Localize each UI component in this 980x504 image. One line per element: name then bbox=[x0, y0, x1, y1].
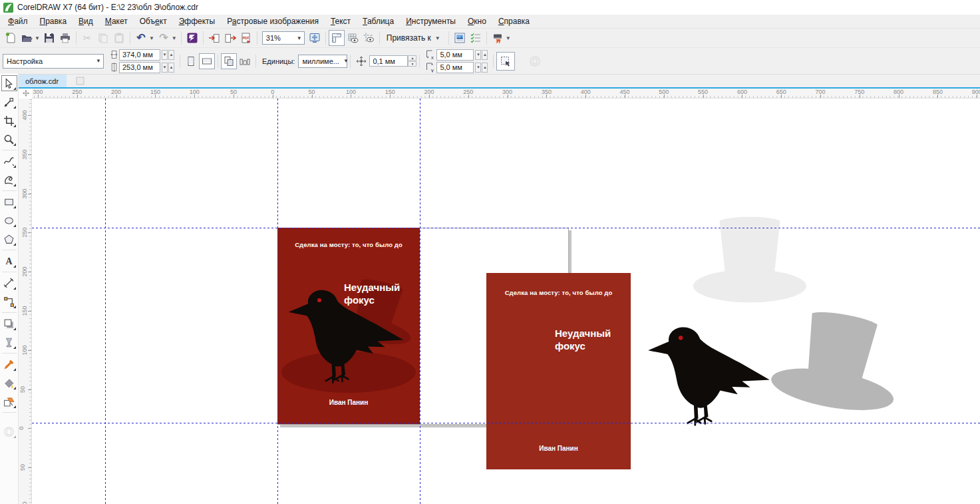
duplicate-y-spinner[interactable]: ▼▲ bbox=[475, 63, 488, 73]
page-height-spinner[interactable]: ▼▲ bbox=[162, 63, 174, 73]
guideline-vertical[interactable] bbox=[420, 99, 420, 504]
menu-эффекты[interactable]: Эффекты bbox=[173, 15, 222, 27]
page-width-spinner[interactable]: ▼▲ bbox=[162, 50, 174, 60]
chevron-down-icon[interactable]: ▼ bbox=[35, 35, 40, 41]
crop-tool[interactable] bbox=[1, 113, 17, 128]
top-hat-gray-object[interactable] bbox=[762, 293, 911, 437]
parallel-dimension-tool[interactable] bbox=[1, 275, 17, 291]
guideline-horizontal[interactable] bbox=[32, 228, 980, 228]
save-button[interactable] bbox=[41, 30, 57, 46]
show-guidelines-toggle[interactable] bbox=[361, 30, 377, 46]
nudge-field[interactable]: 0,1 мм bbox=[369, 55, 408, 67]
ellipse-tool[interactable] bbox=[1, 212, 17, 228]
copy-button[interactable] bbox=[95, 30, 111, 46]
chevron-down-icon[interactable]: ▼ bbox=[506, 35, 511, 41]
menu-растровые-изображения[interactable]: Растровые изображения bbox=[221, 15, 325, 27]
book-cover-front[interactable]: Сделка на мосту: то, что было до Неудачн… bbox=[277, 228, 420, 424]
page-preset-combo[interactable]: Настройка ▼ bbox=[3, 54, 104, 69]
chevron-down-icon[interactable]: ▼ bbox=[149, 35, 154, 41]
nudge-spinner[interactable]: ▲▼ bbox=[408, 55, 416, 67]
menu-инструменты[interactable]: Инструменты bbox=[400, 15, 462, 27]
crow-object[interactable] bbox=[644, 322, 774, 428]
ruler-origin-icon[interactable] bbox=[20, 88, 32, 99]
print-button[interactable] bbox=[57, 30, 73, 46]
cut-button[interactable]: ✂ bbox=[79, 30, 95, 46]
undo-button[interactable]: ↶ bbox=[133, 30, 149, 46]
ruler-tick bbox=[28, 115, 31, 116]
polygon-tool[interactable] bbox=[1, 231, 17, 247]
page-height-field[interactable]: 253,0 мм bbox=[119, 62, 160, 73]
current-page-button[interactable] bbox=[237, 53, 253, 69]
transparency-tool[interactable] bbox=[1, 334, 17, 350]
toolbar-separator bbox=[130, 31, 130, 45]
outline-tool[interactable] bbox=[1, 423, 17, 439]
rectangle-tool[interactable] bbox=[1, 194, 17, 210]
document-tab[interactable]: облож.cdr bbox=[19, 75, 67, 87]
landscape-button[interactable] bbox=[199, 53, 215, 69]
import-button[interactable] bbox=[206, 30, 222, 46]
treat-as-filled-button[interactable] bbox=[496, 52, 515, 71]
smart-fill-tool-icon bbox=[3, 396, 15, 407]
guideline-vertical[interactable] bbox=[277, 99, 278, 504]
chevron-down-icon: ▼ bbox=[435, 35, 440, 41]
toolbox: A bbox=[0, 73, 19, 504]
vertical-ruler[interactable]: 40035030025020015010050050100 bbox=[19, 99, 32, 504]
show-rulers-toggle[interactable] bbox=[329, 30, 345, 46]
search-content-button[interactable] bbox=[184, 30, 200, 46]
menu-справка[interactable]: Справка bbox=[492, 15, 536, 27]
horizontal-ruler[interactable]: 3002502001501005005010015020025030035040… bbox=[32, 89, 980, 99]
duplicate-x-spinner[interactable]: ▼▲ bbox=[475, 50, 488, 60]
toolbar-separator bbox=[76, 31, 77, 45]
menu-текст[interactable]: Текст bbox=[325, 15, 357, 27]
shape-tool[interactable] bbox=[1, 94, 17, 110]
show-grid-toggle[interactable] bbox=[345, 30, 361, 46]
snap-to-dropdown[interactable]: Привязать к▼ bbox=[383, 32, 446, 44]
text-tool[interactable]: A bbox=[1, 253, 17, 269]
page-width-field[interactable]: 374,0 мм bbox=[119, 49, 160, 61]
menu-макет[interactable]: Макет bbox=[99, 15, 134, 27]
paste-button[interactable] bbox=[111, 30, 127, 46]
ruler-label: 400 bbox=[21, 110, 28, 120]
redo-button[interactable]: ↷ bbox=[156, 30, 172, 46]
page-border-button[interactable] bbox=[527, 53, 543, 69]
menu-файл[interactable]: Файл bbox=[2, 15, 34, 27]
connector-tool[interactable] bbox=[1, 294, 17, 310]
pick-tool[interactable] bbox=[1, 75, 17, 91]
menu-объект[interactable]: Объект bbox=[134, 15, 173, 27]
application-launcher-button[interactable] bbox=[490, 30, 506, 46]
open-button[interactable] bbox=[19, 30, 35, 46]
units-combo[interactable]: миллиме... ▼ bbox=[298, 55, 347, 68]
drop-shadow-tool[interactable] bbox=[1, 316, 17, 332]
duplicate-y-field[interactable]: 5,0 мм bbox=[436, 62, 474, 73]
menu-окно[interactable]: Окно bbox=[462, 15, 492, 27]
portrait-button[interactable] bbox=[183, 53, 199, 69]
drawing-canvas[interactable]: Сделка на мосту: то, что было до Неудачн… bbox=[32, 99, 980, 504]
interactive-fill-tool[interactable] bbox=[1, 375, 17, 391]
menu-правка[interactable]: Правка bbox=[34, 15, 73, 27]
ruler-label: 50 bbox=[19, 464, 26, 471]
color-eyedropper-tool[interactable] bbox=[1, 356, 17, 372]
publish-pdf-button[interactable]: PDF bbox=[238, 30, 254, 46]
freehand-tool[interactable] bbox=[1, 153, 17, 169]
book-cover-ebook[interactable]: Сделка на мосту: то, что было до Неудачн… bbox=[486, 273, 631, 469]
zoom-level-combo[interactable]: 31%▼ bbox=[262, 31, 305, 45]
chevron-down-icon[interactable]: ▼ bbox=[172, 35, 177, 41]
artistic-media-tool[interactable] bbox=[1, 172, 17, 188]
menu-вид[interactable]: Вид bbox=[73, 15, 99, 27]
smart-fill-tool[interactable] bbox=[1, 393, 17, 409]
new-document-button[interactable] bbox=[3, 30, 19, 46]
menu-таблица[interactable]: Таблица bbox=[357, 15, 400, 27]
polygon-tool-icon bbox=[3, 234, 15, 245]
guideline-vertical[interactable] bbox=[105, 99, 106, 504]
options-button[interactable] bbox=[452, 30, 468, 46]
search-content-icon bbox=[186, 32, 198, 44]
cover-author: Иван Панин bbox=[486, 445, 631, 452]
portrait-icon bbox=[185, 55, 197, 67]
all-pages-button[interactable] bbox=[221, 53, 237, 69]
full-screen-preview-button[interactable] bbox=[307, 30, 323, 46]
guideline-horizontal[interactable] bbox=[32, 423, 980, 423]
duplicate-x-field[interactable]: 5,0 мм bbox=[436, 49, 474, 61]
proofing-button[interactable] bbox=[468, 30, 484, 46]
zoom-tool[interactable] bbox=[1, 131, 17, 147]
export-button[interactable] bbox=[222, 30, 238, 46]
